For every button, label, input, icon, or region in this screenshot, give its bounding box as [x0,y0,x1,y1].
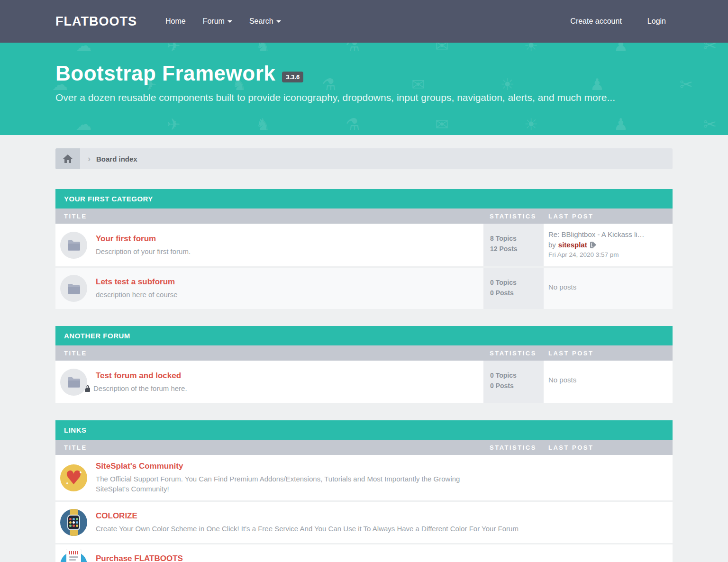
forum-link[interactable]: Your first forum [96,234,191,244]
folder-icon [67,376,81,388]
column-last-post: LAST POST [544,213,673,220]
page-subtitle: Over a dozen reusable components built t… [55,92,673,103]
link-avatar [60,509,87,536]
forum-link[interactable]: Test forum and locked [96,371,187,381]
by-label: by [548,241,556,249]
external-link[interactable]: SiteSplat's Community [96,462,473,471]
forum-avatar [60,369,87,396]
sparkle-icon: ✦ [79,470,82,475]
nav-forum-dropdown[interactable]: Forum [196,12,239,30]
column-statistics: STATISTICS [483,350,544,357]
last-post-cell: No posts [544,361,673,403]
nav-search-label: Search [249,17,273,25]
brand-logo[interactable]: FLATBOOTS [55,14,137,29]
posts-count: 0 Posts [490,381,544,391]
topics-count: 0 Topics [490,370,544,381]
column-last-post: LAST POST [544,350,673,357]
no-posts-label: No posts [548,274,673,291]
last-post-cell: Re: BBlightbox - A Kickass li… by sitesp… [544,224,673,266]
receipt-icon: $23 [66,549,81,562]
link-row: $23 Purchase FLATBOOTS Grab the latest T… [55,543,673,562]
last-post-subject[interactable]: Re: BBlightbox - A Kickass li… [548,230,673,238]
home-button[interactable] [55,148,80,169]
column-title: TITLE [55,444,483,451]
statistics-cell: 0 Topics 0 Posts [483,361,544,403]
category-panel-links: LINKS TITLE STATISTICS LAST POST ♥ ✦ ✦ S… [55,420,673,562]
caret-down-icon [228,20,232,23]
category-header: LINKS [55,420,673,440]
version-badge: 3.3.6 [282,72,303,82]
category-header: ANOTHER FORUM [55,326,673,345]
folder-icon [67,239,81,251]
posts-count: 0 Posts [490,288,544,298]
create-account-link[interactable]: Create account [564,12,628,30]
top-navbar: FLATBOOTS Home Forum Search Create accou… [0,0,728,43]
forum-row: Your first forum Description of your fir… [55,224,673,266]
link-description: The Official Support Forum. You Can Find… [96,474,473,494]
barcode-icon [69,551,78,554]
category-panel-another: ANOTHER FORUM TITLE STATISTICS LAST POST… [55,326,673,403]
column-last-post: LAST POST [544,444,673,451]
forum-description: description here of course [96,290,178,299]
last-post-date: Fri Apr 24, 2020 3:57 pm [548,251,673,258]
nav-home-label: Home [165,17,186,25]
column-title: TITLE [55,350,483,357]
topics-count: 8 Topics [490,233,544,244]
external-link[interactable]: Purchase FLATBOOTS [96,554,204,562]
link-description: Create Your Own Color Scheme in One Clic… [96,524,519,534]
forum-avatar [60,275,87,302]
category-header: YOUR FIRST CATEGORY [55,189,673,208]
goto-post-icon[interactable] [590,242,597,248]
breadcrumb: › Board index [55,148,673,169]
forum-row: Test forum and locked Description of the… [55,361,673,403]
statistics-cell: 8 Topics 12 Posts [483,224,544,266]
column-statistics: STATISTICS [483,444,544,451]
no-posts-label: No posts [548,367,673,384]
folder-icon [67,283,81,294]
table-header-row: TITLE STATISTICS LAST POST [55,345,673,361]
hero-banner: ⚙ ☁ ✈ ♞ ⚗ ✉ ☀ ♟ ✂ ☕ ⚑ ✿ ❄ ♠ ⚛ ☂ ♥ ✇ ⚙ ☁ … [0,43,728,135]
home-icon [63,154,73,163]
chevron-right-icon: › [88,154,91,164]
statistics-cell: 0 Topics 0 Posts [483,268,544,309]
posts-count: 12 Posts [490,244,544,254]
table-header-row: TITLE STATISTICS LAST POST [55,208,673,224]
column-statistics: STATISTICS [483,213,544,220]
last-post-cell: No posts [544,268,673,309]
forum-link[interactable]: Lets test a subforum [96,277,178,287]
nav-search-dropdown[interactable]: Search [243,12,288,30]
color-dots [73,521,75,524]
last-post-author[interactable]: sitesplat [558,241,587,249]
sparkle-icon: ✦ [65,481,69,486]
breadcrumb-board-index[interactable]: Board index [96,155,137,163]
nav-home[interactable]: Home [159,12,192,30]
link-row: ♥ ✦ ✦ SiteSplat's Community The Official… [55,455,673,500]
nav-forum-label: Forum [203,17,225,25]
link-avatar: $23 [60,552,87,562]
topics-count: 0 Topics [490,277,544,288]
forum-description: Description of the forum here. [93,384,187,392]
external-link[interactable]: COLORIZE [96,511,519,521]
login-link[interactable]: Login [641,12,673,30]
category-panel-first: YOUR FIRST CATEGORY TITLE STATISTICS LAS… [55,189,673,309]
forum-avatar [60,232,87,259]
forum-row: Lets test a subforum description here of… [55,266,673,309]
link-row: COLORIZE Create Your Own Color Scheme in… [55,500,673,543]
column-title: TITLE [55,213,483,220]
hero-icon-pattern: ⚙ ☁ ✈ ♞ ⚗ ✉ ☀ ♟ ✂ ☕ ⚑ ✿ ❄ ♠ ⚛ ☂ ♥ ✇ [0,115,728,134]
table-header-row: TITLE STATISTICS LAST POST [55,440,673,455]
forum-description: Description of your first forum. [96,246,191,256]
link-avatar: ♥ ✦ ✦ [60,464,87,491]
page-title: Bootstrap Framework [55,62,275,85]
caret-down-icon [276,20,281,23]
smartwatch-icon [67,515,80,530]
